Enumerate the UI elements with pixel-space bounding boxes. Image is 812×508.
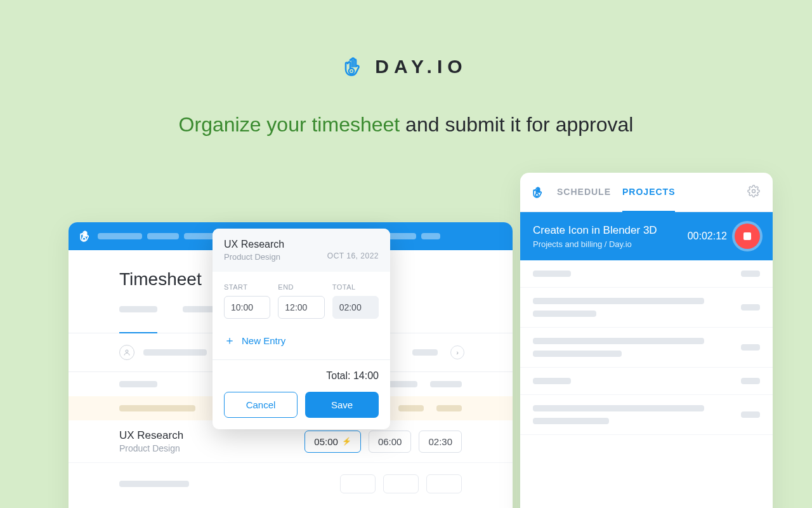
list-item[interactable] — [520, 368, 773, 395]
task-name: UX Research — [119, 429, 297, 442]
active-tracker: Create Icon in Blender 3D Projects and b… — [520, 212, 773, 260]
tab-schedule[interactable]: SCHEDULE — [557, 173, 611, 212]
svg-point-1 — [351, 70, 353, 72]
next-button[interactable]: › — [450, 345, 464, 359]
total-label: TOTAL — [332, 283, 379, 291]
hand-icon — [80, 229, 93, 244]
project-name: Product Design — [119, 443, 297, 453]
skeleton-row — [69, 463, 513, 505]
cancel-button[interactable]: Cancel — [224, 392, 298, 418]
time-cell-1[interactable]: 05:00⚡ — [304, 431, 361, 453]
end-input[interactable] — [278, 296, 324, 319]
stop-button[interactable] — [735, 224, 760, 249]
svg-point-2 — [82, 237, 86, 241]
tab-projects[interactable]: PROJECTS — [622, 173, 675, 212]
modal-project: Product Design — [224, 252, 284, 262]
projects-card: SCHEDULE PROJECTS Create Icon in Blender… — [520, 173, 773, 508]
modal-date: OCT 16, 2022 — [327, 251, 379, 260]
modal-task-title: UX Research — [224, 239, 284, 250]
settings-button[interactable] — [747, 185, 760, 200]
list-item[interactable] — [520, 260, 773, 288]
time-cell-2[interactable]: 06:00 — [369, 431, 412, 453]
brand-name: DAY.IO — [375, 56, 467, 77]
brand-logo: DAY.IO — [344, 54, 467, 79]
hand-icon — [533, 185, 546, 200]
avatar-icon — [119, 345, 134, 360]
tracker-title: Create Icon in Blender 3D — [533, 224, 680, 237]
save-button[interactable]: Save — [305, 392, 379, 418]
svg-point-4 — [535, 193, 539, 196]
end-label: END — [278, 283, 324, 291]
start-input[interactable] — [224, 296, 270, 319]
gear-icon — [747, 185, 760, 197]
tracker-breadcrumb: Projects and billing / Day.io — [533, 239, 680, 249]
svg-point-3 — [126, 350, 128, 352]
total-display: 02:00 — [332, 296, 379, 319]
list-item[interactable] — [520, 328, 773, 368]
new-entry-button[interactable]: ＋ New Entry — [224, 333, 379, 348]
tracker-elapsed: 00:02:12 — [688, 231, 727, 242]
time-cell-3[interactable]: 02:30 — [419, 431, 462, 453]
start-label: START — [224, 283, 270, 291]
entry-modal: UX Research Product Design OCT 16, 2022 … — [213, 229, 390, 429]
tagline: Organize your timesheet and submit it fo… — [0, 110, 812, 139]
bolt-icon: ⚡ — [342, 437, 351, 446]
plus-icon: ＋ — [224, 333, 235, 348]
modal-grand-total: Total: 14:00 — [213, 359, 390, 392]
stop-icon — [743, 232, 751, 240]
list-item[interactable] — [520, 288, 773, 328]
list-item[interactable] — [520, 395, 773, 435]
hand-icon — [344, 54, 366, 79]
svg-point-5 — [752, 189, 756, 192]
